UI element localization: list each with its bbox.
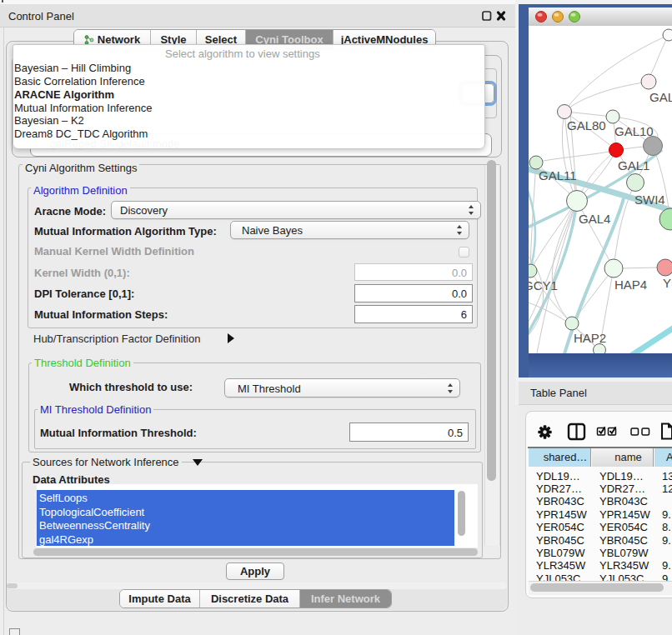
svg-text:GAL10: GAL10 [614,124,654,138]
svg-text:GAL4: GAL4 [579,212,610,226]
svg-text:GAL1: GAL1 [618,158,649,172]
svg-text:GAL80: GAL80 [567,118,606,132]
svg-text:HAP2: HAP2 [574,331,606,345]
svg-text:GAL11: GAL11 [539,168,577,182]
svg-text:GAL2: GAL2 [649,90,672,104]
svg-text:HAP4: HAP4 [614,278,647,292]
svg-text:SWI4: SWI4 [634,192,665,207]
svg-text:YM: YM [663,276,672,290]
svg-text:GCY1: GCY1 [529,278,558,292]
